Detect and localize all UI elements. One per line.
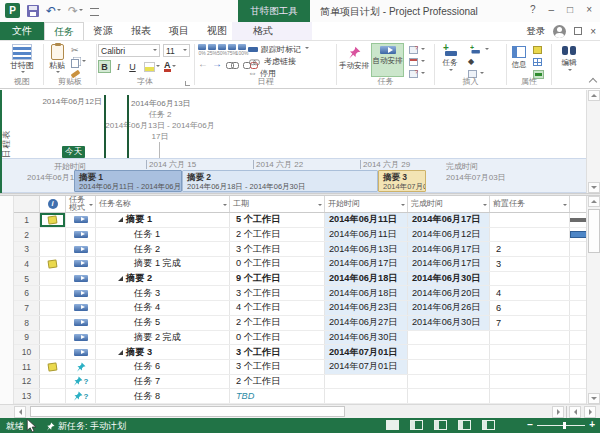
move-task-button[interactable] <box>409 56 432 68</box>
font-size-select[interactable]: 11 <box>163 44 190 57</box>
tab-file[interactable]: 文件 <box>0 22 44 40</box>
manually-schedule-button[interactable]: 手动安排 <box>338 43 370 77</box>
start-date-cell[interactable]: 2014年06月11日 <box>325 228 408 242</box>
duration-cell[interactable]: 3 个工作日 <box>230 360 325 374</box>
row-number[interactable]: 11 <box>14 360 40 374</box>
table-row[interactable]: 9摘要 2 完成0 个工作日2014年06月30日 <box>14 331 588 346</box>
finish-date-cell[interactable]: 2014年06月12日 <box>408 228 490 242</box>
task-information-button[interactable]: 信息 <box>508 43 530 77</box>
tab-format[interactable]: 格式 <box>244 22 282 39</box>
duration-cell[interactable]: 3 个工作日 <box>230 345 325 359</box>
info-cell[interactable] <box>40 389 66 403</box>
column-header-duration[interactable]: 工期 <box>230 196 325 212</box>
filter-arrow-icon[interactable] <box>318 204 322 208</box>
predecessor-cell[interactable] <box>490 375 570 389</box>
tab-view[interactable]: 视图 <box>198 22 236 40</box>
task-mode-cell[interactable] <box>66 301 96 315</box>
start-date-cell[interactable]: 2014年07月01日 <box>325 345 408 359</box>
task-name-cell[interactable]: 任务 3 <box>96 286 230 300</box>
scroll-up-icon[interactable] <box>588 90 600 101</box>
task-name-cell[interactable]: 摘要 3 <box>96 345 230 359</box>
start-date-cell[interactable] <box>325 375 408 389</box>
info-cell[interactable] <box>40 242 66 256</box>
filter-arrow-icon[interactable] <box>483 204 487 208</box>
restore-window-icon[interactable] <box>574 27 582 35</box>
predecessor-cell[interactable]: 2 <box>490 242 570 256</box>
row-number[interactable]: 3 <box>14 242 40 256</box>
gantt-scroll-left-icon[interactable] <box>569 406 581 418</box>
filter-arrow-icon[interactable] <box>563 204 567 208</box>
duration-cell[interactable]: 3 个工作日 <box>230 242 325 256</box>
predecessor-cell[interactable]: 6 <box>490 301 570 315</box>
finish-date-cell[interactable] <box>408 375 490 389</box>
close-document-icon[interactable]: × <box>590 23 596 40</box>
timeline-pane[interactable]: 日程表 2014年06月12日 2014年06月13日 任务 2 2014年06… <box>0 90 586 193</box>
duration-cell[interactable]: 3 个工作日 <box>230 286 325 300</box>
predecessor-cell[interactable] <box>490 228 570 242</box>
duration-cell[interactable]: 5 个工作日 <box>230 213 325 227</box>
scroll-right-icon[interactable] <box>552 406 564 418</box>
app-logo-icon[interactable]: P <box>5 3 20 18</box>
column-header-task-name[interactable]: 任务名称 <box>96 196 230 212</box>
duration-cell[interactable]: 0 个工作日 <box>230 331 325 345</box>
info-cell[interactable] <box>40 316 66 330</box>
row-number[interactable]: 2 <box>14 228 40 242</box>
finish-date-cell[interactable]: 2014年06月20日 <box>408 286 490 300</box>
table-row[interactable]: 8任务 52 个工作日2014年06月27日2014年06月30日7 <box>14 316 588 331</box>
info-cell[interactable] <box>40 331 66 345</box>
font-color-button[interactable]: A <box>164 61 176 72</box>
gantt-summary-bar[interactable] <box>570 218 587 222</box>
avatar[interactable] <box>553 25 566 38</box>
task-mode-cell[interactable] <box>66 345 96 359</box>
task-name-cell[interactable]: 任务 6 <box>96 360 230 374</box>
indent-task-icon[interactable]: → <box>212 59 222 69</box>
info-cell[interactable] <box>40 360 66 374</box>
table-row[interactable]: 2任务 12 个工作日2014年06月11日2014年06月12日 <box>14 228 588 243</box>
new-tasks-mode[interactable]: 新任务: 手动计划 <box>46 420 126 433</box>
table-row[interactable]: 1摘要 15 个工作日2014年06月11日2014年06月17日 <box>14 213 588 228</box>
info-cell[interactable] <box>40 345 66 359</box>
start-date-cell[interactable]: 2014年07月01日 <box>325 360 408 374</box>
zoom-out-icon[interactable]: − <box>527 420 533 430</box>
table-row[interactable]: 3任务 23 个工作日2014年06月13日2014年06月17日2 <box>14 242 588 257</box>
task-name-cell[interactable]: 任务 2 <box>96 242 230 256</box>
start-date-cell[interactable]: 2014年06月13日 <box>325 242 408 256</box>
start-date-cell[interactable]: 2014年06月27日 <box>325 316 408 330</box>
finish-date-cell[interactable]: 2014年06月17日 <box>408 242 490 256</box>
start-date-cell[interactable]: 2014年06月18日 <box>325 286 408 300</box>
percent-complete-50-button[interactable]: 50% <box>218 44 226 56</box>
tab-report[interactable]: 报表 <box>122 22 160 40</box>
row-number[interactable]: 8 <box>14 316 40 330</box>
percent-complete-100-button[interactable]: 100% <box>238 44 246 56</box>
column-header-finish[interactable]: 完成时间 <box>408 196 490 212</box>
task-name-cell[interactable]: 任务 8 <box>96 389 230 403</box>
select-all-corner[interactable] <box>14 196 40 212</box>
inspect-task-button[interactable] <box>409 44 432 56</box>
scrollbar-thumb[interactable] <box>588 209 600 253</box>
collapse-triangle-icon[interactable] <box>118 350 123 355</box>
link-tasks-icon[interactable] <box>226 61 239 68</box>
task-usage-view-icon[interactable] <box>410 420 423 430</box>
team-planner-view-icon[interactable] <box>434 420 447 430</box>
outdent-task-icon[interactable]: ← <box>198 59 208 69</box>
table-row[interactable]: 10摘要 33 个工作日2014年07月01日 <box>14 345 588 360</box>
maximize-button[interactable]: □ <box>567 4 573 15</box>
info-cell[interactable] <box>40 375 66 389</box>
row-number[interactable]: 6 <box>14 286 40 300</box>
font-dialog-launcher[interactable] <box>185 81 190 86</box>
save-icon[interactable] <box>27 5 39 17</box>
task-notes-button[interactable] <box>533 44 548 56</box>
report-view-icon[interactable] <box>482 420 495 430</box>
row-number[interactable]: 13 <box>14 389 40 403</box>
collapse-triangle-icon[interactable] <box>118 217 123 222</box>
scroll-down-icon[interactable] <box>588 393 600 404</box>
timeline-pane-label[interactable]: 日程表 <box>1 118 13 158</box>
row-number[interactable]: 12 <box>14 375 40 389</box>
gantt-task-bar[interactable] <box>570 231 587 238</box>
duration-cell[interactable]: 0 个工作日 <box>230 257 325 271</box>
info-cell[interactable] <box>40 286 66 300</box>
font-name-select[interactable]: Calibri <box>98 44 160 57</box>
task-mode-cell[interactable]: ? <box>66 389 96 403</box>
bold-button[interactable]: B <box>98 60 111 73</box>
timeline-scrollbar[interactable] <box>586 90 600 193</box>
